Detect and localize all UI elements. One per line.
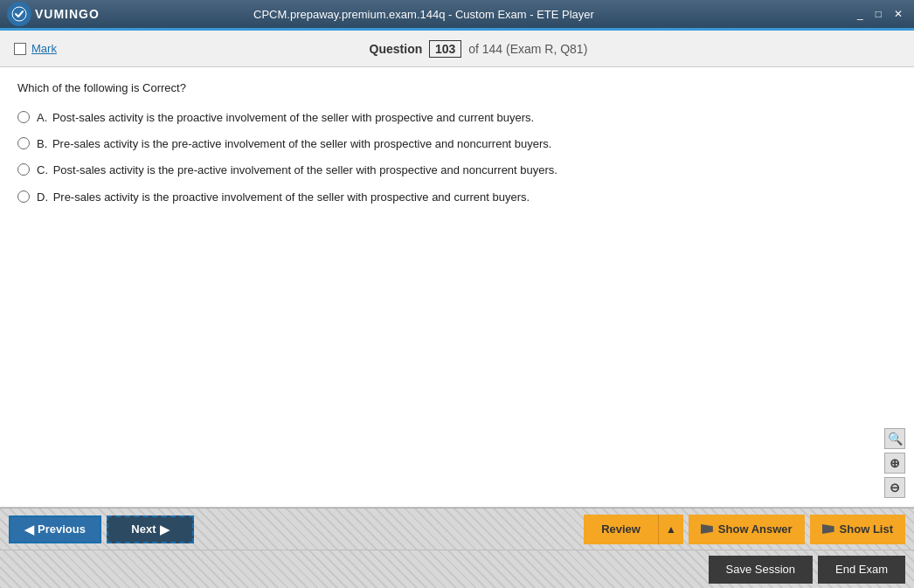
option-d-label: D. Pre-sales activity is the proactive i… [37, 190, 530, 205]
next-arrow-icon: ▶ [160, 522, 170, 536]
maximize-button[interactable]: □ [871, 6, 886, 22]
radio-c[interactable] [17, 163, 30, 176]
option-c: C. Post-sales activity is the pre-active… [17, 163, 897, 178]
mark-area: Mark [14, 42, 57, 55]
zoom-out-icon: ⊖ [890, 481, 900, 495]
option-b-letter: B. [37, 137, 47, 150]
bottom-bar: ◀ Previous Next ▶ Review ▲ Show Answer S… [0, 508, 914, 550]
radio-d[interactable] [17, 190, 30, 203]
next-button[interactable]: Next ▶ [107, 515, 194, 543]
zoom-in-icon: ⊕ [890, 456, 900, 470]
show-answer-button[interactable]: Show Answer [689, 515, 805, 544]
question-number: 103 [429, 40, 461, 58]
option-d: D. Pre-sales activity is the proactive i… [17, 190, 897, 205]
show-answer-flag-icon [701, 524, 713, 534]
review-dropdown-icon[interactable]: ▲ [659, 515, 683, 544]
zoom-in-button[interactable]: ⊕ [884, 453, 905, 474]
show-answer-label: Show Answer [718, 522, 793, 536]
save-session-button[interactable]: Save Session [709, 556, 814, 584]
option-d-letter: D. [37, 190, 48, 204]
mark-checkbox[interactable] [14, 43, 26, 55]
main-content: Which of the following is Correct? A. Po… [0, 67, 914, 508]
question-label: Question [370, 42, 423, 56]
title-bar: VUMINGO CPCM.prepaway.premium.exam.144q … [0, 0, 914, 28]
option-c-letter: C. [37, 163, 48, 176]
option-c-label: C. Post-sales activity is the pre-active… [37, 163, 557, 178]
show-list-label: Show List [840, 522, 893, 536]
next-label: Next [131, 522, 156, 536]
zoom-controls: 🔍 ⊕ ⊖ [884, 428, 905, 498]
zoom-out-button[interactable]: ⊖ [884, 477, 905, 498]
window-controls: _ □ ✕ [853, 6, 907, 22]
review-button[interactable]: Review ▲ [584, 515, 683, 544]
question-info: Question 103 of 144 (Exam R, Q81) [57, 40, 900, 58]
mark-label[interactable]: Mark [31, 42, 57, 55]
option-b-text: Pre-sales activity is the pre-active inv… [52, 137, 552, 150]
review-label: Review [584, 515, 659, 544]
close-button[interactable]: ✕ [890, 6, 907, 22]
radio-a[interactable] [17, 111, 30, 123]
search-icon: 🔍 [888, 432, 903, 446]
previous-arrow-icon: ◀ [24, 522, 34, 536]
option-d-text: Pre-sales activity is the proactive invo… [53, 190, 530, 204]
search-zoom-button[interactable]: 🔍 [884, 428, 905, 449]
previous-label: Previous [38, 522, 86, 536]
question-text: Which of the following is Correct? [17, 81, 897, 94]
radio-b[interactable] [17, 137, 30, 149]
option-a: A. Post-sales activity is the proactive … [17, 110, 897, 126]
end-exam-button[interactable]: End Exam [818, 556, 905, 584]
option-c-text: Post-sales activity is the pre-active in… [53, 163, 557, 176]
option-a-text: Post-sales activity is the proactive inv… [52, 111, 534, 124]
option-a-letter: A. [37, 111, 47, 124]
header-row: Mark Question 103 of 144 (Exam R, Q81) [0, 31, 914, 67]
show-list-button[interactable]: Show List [810, 515, 905, 544]
show-list-flag-icon [822, 524, 834, 534]
second-bottom-bar: Save Session End Exam [0, 550, 914, 588]
minimize-button[interactable]: _ [853, 6, 868, 22]
window-title: CPCM.prepaway.premium.exam.144q - Custom… [0, 8, 853, 21]
option-a-label: A. Post-sales activity is the proactive … [37, 110, 534, 126]
option-b-label: B. Pre-sales activity is the pre-active … [37, 136, 551, 152]
previous-button[interactable]: ◀ Previous [9, 515, 101, 543]
option-b: B. Pre-sales activity is the pre-active … [17, 136, 897, 152]
question-total: of 144 (Exam R, Q81) [468, 42, 587, 56]
